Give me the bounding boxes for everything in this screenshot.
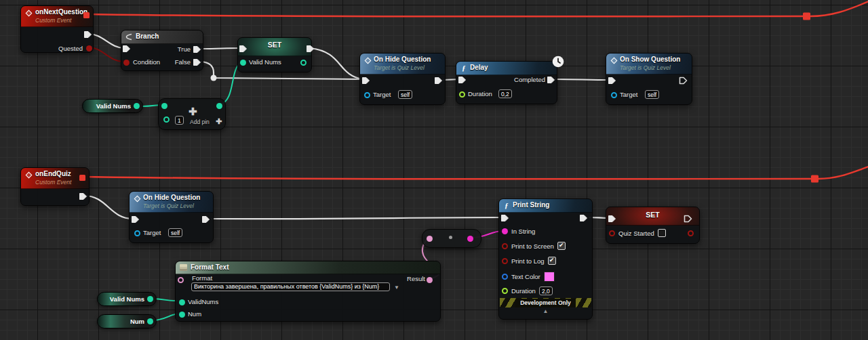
- text-in-pin[interactable]: [427, 236, 433, 242]
- int-out-pin[interactable]: [134, 103, 140, 109]
- exec-out-pin[interactable]: [434, 77, 443, 85]
- node-set-quiz-started[interactable]: SET Quiz Started: [606, 207, 700, 244]
- int-out-pin[interactable]: [216, 103, 222, 109]
- exec-out-pin[interactable]: [679, 77, 688, 85]
- checkmark-icon: ✔: [559, 242, 564, 249]
- duration-value-box[interactable]: 2,0: [539, 286, 553, 295]
- pin-label-quiz-started: Quiz Started: [618, 230, 654, 237]
- node-format-text[interactable]: Format Text Format Викторина завершена, …: [175, 261, 441, 322]
- node-add-int[interactable]: 1 ✚ Add pin ✚: [158, 98, 226, 130]
- var-valid-nums-top[interactable]: Valid Nums: [82, 99, 143, 113]
- operand-value-box[interactable]: 1: [175, 116, 184, 125]
- condition-pin[interactable]: [123, 60, 130, 66]
- exec-in-pin[interactable]: [131, 215, 140, 224]
- delegate-pin[interactable]: [83, 12, 90, 18]
- format-dropdown-icon[interactable]: ▼: [394, 284, 399, 291]
- node-text-to-string-conversion[interactable]: [422, 229, 481, 248]
- node-on-hide-question-top[interactable]: On Hide Question Target is Quiz Level Ta…: [359, 53, 446, 105]
- exec-in-pin[interactable]: [122, 45, 131, 53]
- node-on-next-question[interactable]: onNextQuestion Custom Event Quested: [20, 5, 94, 53]
- exec-in-pin[interactable]: [361, 77, 370, 85]
- valid-nums-in-pin[interactable]: [179, 299, 185, 305]
- bool-out-pin[interactable]: [86, 45, 92, 51]
- target-pin[interactable]: [364, 92, 370, 98]
- var-valid-nums-bottom[interactable]: Valid Nums: [97, 292, 157, 306]
- blueprint-graph-canvas[interactable]: onNextQuestion Custom Event Quested Bran…: [0, 0, 868, 340]
- print-to-screen-checkbox[interactable]: ✔: [557, 242, 566, 250]
- exec-out-pin[interactable]: [684, 215, 692, 223]
- quiz-started-checkbox[interactable]: [658, 229, 666, 237]
- node-title: Branch: [136, 33, 159, 40]
- exec-false-pin[interactable]: [193, 58, 201, 66]
- text-color-swatch[interactable]: [544, 272, 555, 282]
- duration-pin[interactable]: [502, 288, 508, 294]
- pin-label-print-to-screen: Print to Screen: [511, 242, 554, 250]
- print-to-log-checkbox[interactable]: ✔: [548, 257, 556, 265]
- result-out-pin[interactable]: [427, 277, 433, 283]
- target-value-box[interactable]: self: [168, 228, 182, 237]
- node-subtitle: Target is Quiz Level: [143, 203, 194, 209]
- exec-in-pin[interactable]: [608, 77, 616, 85]
- node-title: onNextQuestion: [35, 8, 87, 16]
- int-out-pin[interactable]: [147, 296, 153, 302]
- exec-out-pin[interactable]: [79, 192, 87, 200]
- exec-in-pin[interactable]: [500, 214, 509, 222]
- int-out-pin[interactable]: [300, 60, 307, 66]
- exec-out-pin[interactable]: [83, 30, 92, 39]
- int-in-pin[interactable]: [240, 60, 246, 66]
- format-text-icon: [180, 264, 187, 271]
- format-pin[interactable]: [178, 277, 184, 283]
- pin-label-num: Num: [188, 310, 201, 318]
- pin-label-quested: Quested: [58, 45, 83, 52]
- print-to-screen-pin[interactable]: [502, 243, 508, 249]
- exec-completed-pin[interactable]: [547, 76, 555, 84]
- target-pin[interactable]: [611, 92, 617, 98]
- reroute-square-delegate-top: [803, 13, 810, 20]
- exec-in-pin[interactable]: [239, 45, 248, 53]
- node-on-hide-question-bottom[interactable]: On Hide Question Target is Quiz Level Ta…: [129, 191, 214, 243]
- exec-out-pin[interactable]: [201, 215, 210, 224]
- collapse-arrow-icon[interactable]: ▲: [499, 308, 592, 314]
- exec-true-pin[interactable]: [193, 45, 201, 54]
- variable-label: Num: [130, 318, 144, 325]
- var-num[interactable]: Num: [97, 314, 157, 328]
- int-out-pin[interactable]: [147, 318, 153, 324]
- in-string-pin[interactable]: [502, 228, 508, 234]
- print-to-log-pin[interactable]: [502, 258, 508, 264]
- exec-out-pin[interactable]: [579, 214, 588, 222]
- node-on-show-question[interactable]: On Show Question Target is Quiz Level Ta…: [606, 53, 692, 105]
- target-value-box[interactable]: self: [398, 90, 412, 99]
- node-print-string[interactable]: ƒ Print String In String Print to Screen…: [498, 198, 593, 320]
- exec-in-pin[interactable]: [608, 215, 616, 223]
- target-pin[interactable]: [134, 230, 140, 236]
- node-title: onEndQuiz: [35, 170, 71, 177]
- add-pin-label: Add pin: [190, 119, 210, 125]
- branch-icon: [125, 33, 133, 41]
- variable-label: Valid Nums: [110, 295, 144, 303]
- int-in-pin-b[interactable]: [163, 116, 170, 123]
- target-value-box[interactable]: self: [645, 90, 659, 99]
- function-icon: ƒ: [505, 202, 509, 209]
- bool-in-pin[interactable]: [609, 230, 615, 236]
- node-set-valid-nums[interactable]: SET Valid Nums: [237, 37, 312, 72]
- bool-out-pin[interactable]: [688, 230, 694, 236]
- pin-label-target: Target: [620, 91, 637, 98]
- node-title: On Hide Question: [143, 194, 200, 201]
- text-color-pin[interactable]: [502, 274, 508, 280]
- exec-in-pin[interactable]: [458, 76, 467, 84]
- duration-value-box[interactable]: 0,2: [498, 89, 512, 98]
- node-delay[interactable]: ƒ Delay Completed Duration 0,2: [456, 61, 557, 104]
- exec-out-pin[interactable]: [306, 45, 315, 53]
- node-branch[interactable]: Branch Condition True False: [121, 30, 203, 71]
- pin-label-target: Target: [143, 229, 161, 236]
- node-on-end-quiz[interactable]: onEndQuiz Custom Event: [20, 167, 90, 206]
- duration-pin[interactable]: [459, 91, 465, 98]
- num-in-pin[interactable]: [179, 312, 185, 318]
- delegate-pin[interactable]: [79, 175, 85, 181]
- int-in-pin-a[interactable]: [161, 103, 167, 109]
- string-out-pin[interactable]: [467, 236, 473, 242]
- add-pin-icon[interactable]: ✚: [216, 117, 222, 126]
- pin-label-true: True: [178, 45, 191, 53]
- node-title: Delay: [470, 64, 488, 71]
- format-value-input[interactable]: Викторина завершена, правильных ответов …: [191, 282, 390, 291]
